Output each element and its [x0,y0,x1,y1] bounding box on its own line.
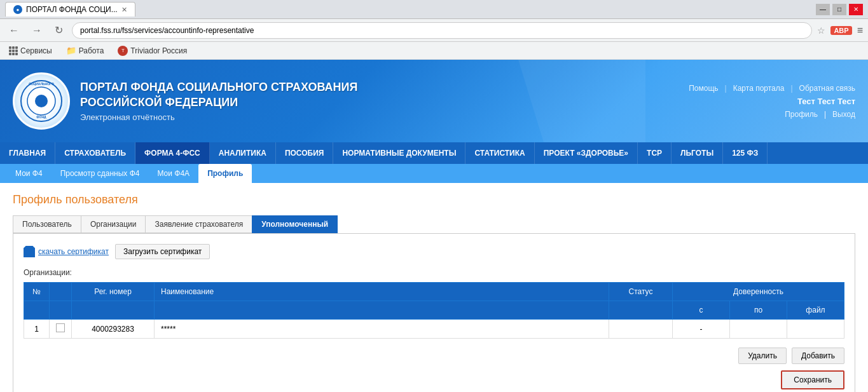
browser-addressbar: ← → ↻ ☆ ABP ≡ [0,19,868,42]
panel-toolbar: скачать сертификат Загрузить сертификат [24,244,844,259]
nav-125fz[interactable]: 125 ФЗ [723,142,768,164]
apps-label: Сервисы [20,46,52,55]
subnav-profil[interactable]: Профиль [198,164,252,183]
apps-icon [9,46,18,55]
svg-text:СОЦИАЛЬНОГО: СОЦИАЛЬНОГО [29,82,54,86]
save-section: Сохранить [24,370,844,389]
svg-text:ФОНД: ФОНД [36,115,46,119]
nav-lgoty[interactable]: ЛЬГОТЫ [672,142,723,164]
tab-zayavlenie[interactable]: Заявление страхователя [145,215,252,233]
content-panel: скачать сертификат Загрузить сертификат … [13,233,855,392]
apps-button[interactable]: Сервисы [5,45,56,57]
back-button[interactable]: ← [5,24,23,37]
abp-badge[interactable]: ABP [830,26,851,35]
cell-status [609,320,673,339]
nav-forma4fss[interactable]: ФОРМА 4-ФСС [135,142,210,164]
maximize-button[interactable]: □ [832,4,846,15]
download-cert-label: скачать сертификат [38,247,109,256]
row-checkbox[interactable] [56,323,65,332]
close-button[interactable]: ✕ [849,4,863,15]
nav-glavnaya[interactable]: ГЛАВНАЯ [0,142,55,164]
window-controls: — □ ✕ [816,4,863,15]
subnav-prosmotr[interactable]: Просмотр сданных Ф4 [52,164,149,183]
logo-subtitle: Электронная отчётность [80,112,357,122]
tab-close-button[interactable]: ✕ [121,6,127,14]
bookmark-rabota[interactable]: 📁 Работа [62,44,108,57]
add-button[interactable]: Добавить [792,348,844,364]
profile-tabs: Пользователь Организации Заявление страх… [13,215,855,233]
col-header-num: № [24,283,50,301]
triviador-label: Triviador Россия [130,46,187,55]
organizations-table: № Рег. номер Наименование Статус Доверен… [24,282,844,339]
nav-zdorovye[interactable]: ПРОЕКТ «ЗДОРОВЬЕ» [535,142,638,164]
tab-polzovatel[interactable]: Пользователь [13,215,81,233]
col-header-trust-group: Доверенность [673,283,844,301]
triviador-logo-icon: T [118,46,128,56]
action-buttons: Удалить Добавить [24,348,844,364]
folder-icon: 📁 [66,46,76,55]
save-icon [24,246,35,257]
site-header: ФОНД СОЦИАЛЬНОГО ПОРТАЛ ФОНДА СОЦИАЛЬНОГ… [0,60,868,142]
header-top-links: Помощь | Карта портала | Обратная связь [689,84,855,93]
save-button[interactable]: Сохранить [781,370,844,389]
cell-checkbox[interactable] [50,320,72,339]
browser-tab[interactable]: ● ПОРТАЛ ФОНДА СОЦИ... ✕ [5,2,135,17]
tab-favicon: ● [13,5,22,14]
nav-posobiya[interactable]: ПОСОБИЯ [276,142,334,164]
forward-button[interactable]: → [28,24,46,37]
bookmarks-bar: Сервисы 📁 Работа T Triviador Россия [0,42,868,60]
logo-text-block: ПОРТАЛ ФОНДА СОЦИАЛЬНОГО СТРАХОВАНИЯРОСС… [80,80,357,122]
browser-titlebar: ● ПОРТАЛ ФОНДА СОЦИ... ✕ — □ ✕ [0,0,868,19]
nav-tsr[interactable]: ТСР [638,142,672,164]
col-header-status: Статус [609,283,673,301]
profile-link[interactable]: Профиль [785,110,818,119]
cell-trust-file [787,320,844,339]
col-header-trust-file: файл [787,301,844,320]
menu-button[interactable]: ≡ [857,25,863,36]
tab-organizatsii[interactable]: Организации [81,215,146,233]
download-cert-button[interactable]: скачать сертификат [24,246,109,257]
bookmark-triviador[interactable]: T Triviador Россия [114,44,191,57]
subnav-moif4[interactable]: Мои Ф4 [6,164,52,183]
col-header-checkbox [50,283,72,301]
refresh-button[interactable]: ↻ [51,23,67,37]
nav-strakhovatel[interactable]: СТРАХОВАТЕЛЬ [55,142,135,164]
nav-statistika[interactable]: СТАТИСТИКА [465,142,534,164]
cell-reg-num: 4000293283 [72,320,155,339]
help-link[interactable]: Помощь [689,84,718,93]
main-navigation: ГЛАВНАЯ СТРАХОВАТЕЛЬ ФОРМА 4-ФСС АНАЛИТИ… [0,142,868,164]
feedback-link[interactable]: Обратная связь [799,84,855,93]
col-header-trust-from: с [673,301,730,320]
logo-title: ПОРТАЛ ФОНДА СОЦИАЛЬНОГО СТРАХОВАНИЯРОСС… [80,80,357,110]
nav-analitika[interactable]: АНАЛИТИКА [210,142,276,164]
cell-num: 1 [24,320,50,339]
svg-point-2 [35,95,48,107]
header-logo: ФОНД СОЦИАЛЬНОГО ПОРТАЛ ФОНДА СОЦИАЛЬНОГ… [13,72,357,130]
minimize-button[interactable]: — [816,4,830,15]
col-header-trust-to: по [730,301,787,320]
header-username: Тест Тест Тест [797,97,855,106]
delete-button[interactable]: Удалить [738,348,787,364]
rabota-label: Работа [79,46,104,55]
nav-normativnye[interactable]: НОРМАТИВНЫЕ ДОКУМЕНТЫ [333,142,465,164]
page-content: Профиль пользователя Пользователь Органи… [0,183,868,392]
upload-cert-button[interactable]: Загрузить сертификат [115,244,210,259]
cell-name: ***** [155,320,609,339]
header-right: Помощь | Карта портала | Обратная связь … [689,84,855,119]
col-header-name: Наименование [155,283,609,301]
orgs-label: Организации: [24,268,844,277]
cell-trust-to [730,320,787,339]
tab-upolnomochennyy[interactable]: Уполномоченный [252,215,338,233]
page-title: Профиль пользователя [13,193,855,206]
address-input[interactable] [72,22,812,39]
sub-navigation: Мои Ф4 Просмотр сданных Ф4 Мои Ф4А Профи… [0,164,868,183]
cell-trust-from: - [673,320,730,339]
sitemap-link[interactable]: Карта портала [733,84,785,93]
bookmark-star-icon[interactable]: ☆ [817,25,825,36]
logout-link[interactable]: Выход [832,110,855,119]
col-header-reg: Рег. номер [72,283,155,301]
logo-emblem: ФОНД СОЦИАЛЬНОГО [13,72,70,130]
tab-title: ПОРТАЛ ФОНДА СОЦИ... [26,5,118,14]
table-row: 1 4000293283 ***** - [24,320,844,339]
subnav-moif4a[interactable]: Мои Ф4А [148,164,198,183]
